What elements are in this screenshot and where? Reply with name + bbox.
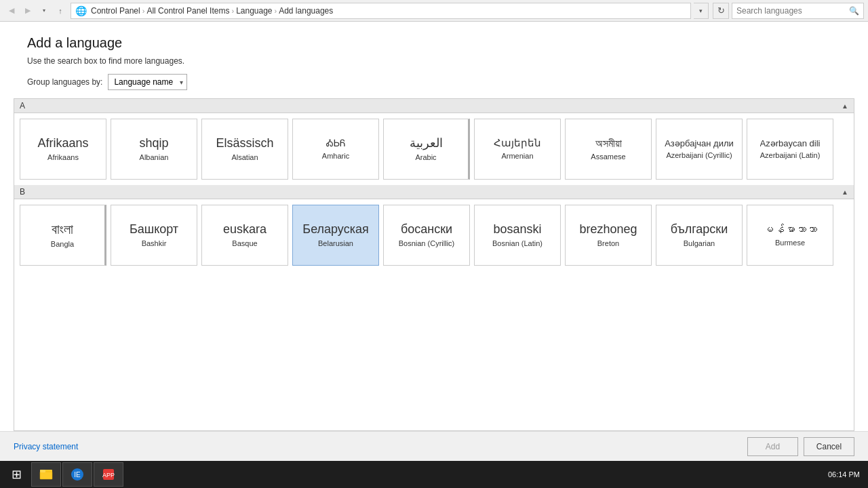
- language-grid-container: A ▲ Afrikaans Afrikaans shqip Albanian E…: [14, 98, 854, 431]
- up-button[interactable]: ↑: [53, 3, 68, 18]
- breadcrumb-1: Control Panel: [91, 6, 140, 16]
- explorer-icon: [38, 466, 54, 483]
- section-label-b: B: [20, 187, 25, 197]
- taskbar-app-3[interactable]: APP: [94, 462, 123, 487]
- taskbar-right: 06:14 PM: [828, 470, 865, 479]
- group-by-select-wrapper: Language name Script: [108, 74, 187, 90]
- section-collapse-a[interactable]: ▲: [842, 102, 848, 110]
- breadcrumb-2: All Control Panel Items: [146, 6, 229, 16]
- lang-script: Башкорт: [130, 222, 178, 237]
- lang-script: brezhoneg: [579, 222, 637, 237]
- lang-name: Bosnian (Cyrillic): [399, 239, 455, 248]
- main-content: Add a language Use the search box to fin…: [0, 22, 868, 461]
- lang-name: Bosnian (Latin): [492, 239, 542, 248]
- lang-name: Assamese: [591, 152, 625, 161]
- footer: Privacy statement Add Cancel: [0, 431, 868, 461]
- taskbar: ⊞ IE APP 06:14 PM: [0, 461, 868, 488]
- svg-rect-2: [40, 470, 45, 472]
- lang-tile-bosnian-latin[interactable]: bosanski Bosnian (Latin): [474, 205, 561, 266]
- lang-script: Azərbaycan dili: [760, 138, 821, 149]
- nav-buttons: ◀ ▶ ▾ ↑: [4, 3, 68, 18]
- lang-tile-basque[interactable]: euskara Basque: [201, 205, 288, 266]
- lang-script: မြန်မာဘာသာ: [763, 223, 817, 236]
- lang-script: ᎣᏏᏲ: [326, 138, 345, 149]
- lang-script: Afrikaans: [37, 136, 88, 151]
- lang-tile-arabic[interactable]: العربية Arabic: [383, 119, 470, 180]
- taskbar-app-explorer[interactable]: [31, 462, 61, 487]
- section-collapse-b[interactable]: ▲: [842, 188, 848, 196]
- address-dropdown[interactable]: ▾: [694, 3, 709, 19]
- app-icon-2: IE: [69, 466, 85, 483]
- address-bar: ◀ ▶ ▾ ↑ 🌐 Control Panel › All Control Pa…: [0, 0, 868, 22]
- breadcrumb-3: Language: [236, 6, 272, 16]
- lang-tile-bangla[interactable]: বাংলা Bangla: [20, 205, 106, 266]
- lang-name: Armenian: [501, 152, 533, 161]
- lang-name: Belarusian: [318, 239, 353, 248]
- lang-script: български: [671, 222, 728, 237]
- lang-tile-breton[interactable]: brezhoneg Breton: [565, 205, 652, 266]
- svg-text:APP: APP: [102, 472, 115, 479]
- lang-tile-bulgarian[interactable]: български Bulgarian: [656, 205, 743, 266]
- lang-tile-alsatian[interactable]: Elsässisch Alsatian: [201, 119, 288, 180]
- page-subtitle: Use the search box to find more language…: [27, 56, 841, 66]
- lang-name: Bulgarian: [684, 239, 715, 248]
- section-label-a: A: [20, 101, 25, 110]
- svg-rect-1: [40, 472, 52, 479]
- lang-name: Alsatian: [231, 153, 258, 162]
- page-title: Add a language: [27, 35, 841, 51]
- start-button[interactable]: ⊞: [3, 462, 30, 487]
- language-grid-a: Afrikaans Afrikaans shqip Albanian Elsäs…: [14, 113, 854, 185]
- section-header-a: A ▲: [14, 99, 854, 113]
- footer-buttons: Add Cancel: [747, 437, 854, 456]
- lang-name: Breton: [597, 239, 619, 248]
- group-by-label: Group languages by:: [27, 77, 102, 87]
- group-by-row: Group languages by: Language name Script: [27, 74, 841, 90]
- add-button[interactable]: Add: [747, 437, 798, 456]
- lang-script: অসমীয়া: [595, 137, 622, 150]
- lang-script: Հայերեն: [494, 137, 541, 149]
- lang-tile-azerbaijani-cyrillic[interactable]: Азәрбајчан дили Azerbaijani (Cyrillic): [656, 119, 743, 180]
- lang-script: bosanski: [493, 222, 541, 237]
- section-header-b: B ▲: [14, 185, 854, 199]
- lang-script: босански: [401, 222, 452, 237]
- lang-tile-assamese[interactable]: অসমীয়া Assamese: [565, 119, 652, 180]
- lang-script: Азәрбајчан дили: [665, 138, 734, 149]
- language-grid-b: বাংলা Bangla Башкорт Bashkir euskara Bas…: [14, 199, 854, 271]
- lang-name: Azerbaijani (Cyrillic): [666, 151, 732, 160]
- lang-tile-azerbaijani-latin[interactable]: Azərbaycan dili Azerbaijani (Latin): [747, 119, 833, 180]
- app-icon-3: APP: [100, 466, 117, 483]
- search-input[interactable]: [736, 6, 846, 16]
- sep-1: ›: [142, 7, 145, 15]
- lang-tile-afrikaans[interactable]: Afrikaans Afrikaans: [20, 119, 106, 180]
- sep-2: ›: [231, 7, 234, 15]
- back-button[interactable]: ◀: [4, 3, 19, 18]
- lang-tile-bosnian-cyrillic[interactable]: босански Bosnian (Cyrillic): [383, 205, 470, 266]
- search-icon[interactable]: 🔍: [849, 6, 859, 16]
- lang-name: Arabic: [415, 153, 436, 162]
- language-grid-scroll[interactable]: A ▲ Afrikaans Afrikaans shqip Albanian E…: [14, 99, 854, 430]
- address-path[interactable]: 🌐 Control Panel › All Control Panel Item…: [71, 3, 691, 19]
- lang-name: Bangla: [51, 240, 74, 249]
- forward-button[interactable]: ▶: [20, 3, 35, 18]
- lang-script: shqip: [139, 136, 168, 151]
- taskbar-time: 06:14 PM: [828, 470, 860, 479]
- cancel-button[interactable]: Cancel: [804, 437, 854, 456]
- privacy-link[interactable]: Privacy statement: [14, 442, 78, 451]
- breadcrumb-4: Add languages: [279, 6, 333, 16]
- lang-name: Burmese: [775, 239, 805, 247]
- lang-tile-bashkir[interactable]: Башкорт Bashkir: [111, 205, 197, 266]
- refresh-button[interactable]: ↻: [713, 3, 729, 19]
- lang-tile-amharic[interactable]: ᎣᏏᏲ Amharic: [292, 119, 379, 180]
- lang-script: Elsässisch: [216, 136, 273, 151]
- lang-tile-armenian[interactable]: Հայերեն Armenian: [474, 119, 561, 180]
- lang-name: Azerbaijani (Latin): [760, 151, 821, 160]
- recent-pages-button[interactable]: ▾: [37, 3, 52, 18]
- group-by-select[interactable]: Language name Script: [108, 74, 187, 90]
- lang-script: العربية: [410, 136, 443, 151]
- lang-tile-belarusian[interactable]: Беларуская Belarusian: [292, 205, 379, 266]
- lang-name: Amharic: [322, 152, 349, 161]
- taskbar-app-2[interactable]: IE: [62, 462, 92, 487]
- path-icon: 🌐: [75, 5, 87, 16]
- lang-tile-burmese[interactable]: မြန်မာဘာသာ Burmese: [747, 205, 833, 266]
- lang-tile-albanian[interactable]: shqip Albanian: [111, 119, 197, 180]
